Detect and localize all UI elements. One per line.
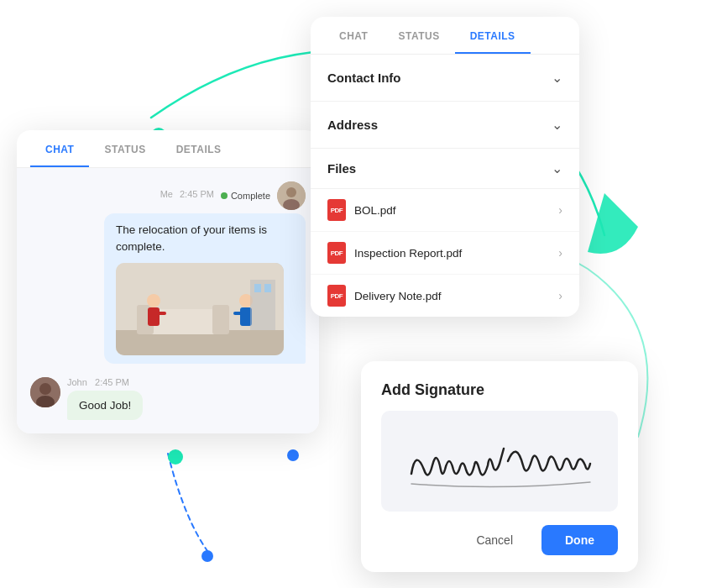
svg-rect-12	[148, 307, 160, 326]
svg-rect-16	[264, 284, 271, 292]
address-chevron-icon: ⌄	[552, 117, 562, 133]
tab-status[interactable]: STATUS	[89, 130, 160, 167]
contact-info-label: Contact Info	[327, 71, 401, 85]
svg-point-1	[286, 187, 296, 197]
dot-blue-right	[287, 449, 299, 461]
john-avatar	[30, 377, 60, 407]
pdf-icon-bol: PDF	[327, 199, 346, 221]
file-left: PDF BOL.pdf	[327, 199, 396, 221]
chat-card: CHAT STATUS DETAILS Me 2:45 PM Complete	[17, 130, 319, 433]
files-chevron-icon: ⌄	[552, 160, 562, 176]
chat-body: Me 2:45 PM Complete The relocation of yo…	[17, 168, 319, 433]
address-label: Address	[327, 118, 378, 132]
contact-info-chevron-icon: ⌄	[552, 70, 562, 86]
message-image	[116, 263, 284, 355]
files-label: Files	[327, 161, 356, 176]
signature-actions: Cancel Done	[381, 525, 618, 555]
signature-area[interactable]	[381, 411, 618, 512]
out-bubble: The relocation of your items is complete…	[104, 213, 306, 364]
file-name-bol: BOL.pdf	[354, 204, 396, 217]
tab-chat[interactable]: CHAT	[30, 130, 89, 167]
file-item-bol[interactable]: PDF BOL.pdf ›	[311, 189, 579, 232]
file-left-delivery: PDF Delivery Note.pdf	[327, 285, 442, 307]
pdf-icon-inspection: PDF	[327, 242, 346, 264]
details-tab-bar: CHAT STATUS DETAILS	[311, 17, 579, 55]
in-time: 2:45 PM	[95, 377, 129, 387]
details-card: CHAT STATUS DETAILS Contact Info ⌄ Addre…	[311, 17, 579, 317]
out-time: 2:45 PM	[180, 189, 214, 199]
file-name-delivery: Delivery Note.pdf	[354, 290, 442, 302]
address-section[interactable]: Address ⌄	[311, 102, 579, 149]
cancel-button[interactable]: Cancel	[458, 525, 531, 555]
svg-rect-13	[158, 312, 166, 315]
out-text: The relocation of your items is complete…	[116, 223, 267, 253]
svg-rect-15	[254, 284, 261, 292]
tab-details[interactable]: DETAILS	[161, 130, 237, 167]
svg-point-18	[39, 383, 51, 395]
dot-blue-bottom	[201, 550, 213, 562]
contact-info-section[interactable]: Contact Info ⌄	[311, 55, 579, 102]
done-button[interactable]: Done	[541, 525, 618, 555]
message-in-content: John 2:45 PM Good Job!	[67, 377, 143, 420]
svg-rect-9	[240, 307, 252, 326]
message-out: Me 2:45 PM Complete The relocation of yo…	[30, 181, 306, 364]
svg-rect-7	[212, 305, 229, 334]
svg-point-11	[147, 294, 160, 307]
signature-card: Add Signature Cancel Done	[361, 361, 638, 572]
me-avatar-icon	[277, 181, 306, 210]
status-dot-icon	[221, 192, 228, 199]
chat-tab-bar: CHAT STATUS DETAILS	[17, 130, 319, 168]
john-avatar-icon	[30, 377, 60, 407]
details-tab-chat[interactable]: CHAT	[324, 17, 383, 54]
status-badge: Complete	[221, 191, 270, 201]
file-left-inspection: PDF Inspection Report.pdf	[327, 242, 462, 264]
out-sender: Me	[160, 189, 173, 199]
file-name-inspection: Inspection Report.pdf	[354, 247, 462, 260]
signature-title: Add Signature	[381, 381, 618, 399]
arrow-right-delivery-icon: ›	[558, 289, 562, 302]
status-label: Complete	[231, 191, 270, 201]
dot-green-bottom	[168, 449, 183, 465]
file-item-delivery[interactable]: PDF Delivery Note.pdf ›	[311, 275, 579, 317]
arrow-right-bol-icon: ›	[558, 203, 562, 217]
in-sender: John	[67, 377, 87, 387]
in-text: Good Job!	[79, 399, 131, 412]
pdf-icon-delivery: PDF	[327, 285, 346, 307]
out-meta-row: Me 2:45 PM Complete	[160, 181, 306, 210]
arrow-right-inspection-icon: ›	[558, 246, 562, 260]
in-bubble: Good Job!	[67, 391, 143, 420]
signature-drawing	[399, 423, 600, 499]
files-section[interactable]: Files ⌄	[311, 149, 579, 189]
message-in: John 2:45 PM Good Job!	[30, 377, 306, 420]
file-item-inspection[interactable]: PDF Inspection Report.pdf ›	[311, 232, 579, 275]
me-avatar	[277, 181, 306, 210]
in-meta: John 2:45 PM	[67, 377, 143, 387]
details-tab-status[interactable]: STATUS	[383, 17, 454, 54]
moving-scene	[116, 263, 284, 355]
svg-rect-14	[250, 280, 275, 330]
svg-rect-10	[233, 312, 242, 315]
details-tab-details[interactable]: DETAILS	[455, 17, 531, 54]
